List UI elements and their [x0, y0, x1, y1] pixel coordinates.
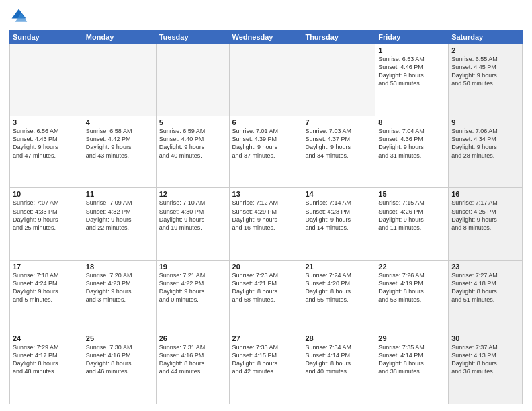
day-info: Sunrise: 7:06 AM Sunset: 4:34 PM Dayligh…: [451, 127, 519, 160]
calendar-cell: [83, 44, 157, 116]
day-info: Sunrise: 7:14 AM Sunset: 4:28 PM Dayligh…: [305, 199, 372, 232]
day-info: Sunrise: 7:17 AM Sunset: 4:25 PM Dayligh…: [451, 199, 519, 232]
calendar-row: 10Sunrise: 7:07 AM Sunset: 4:33 PM Dayli…: [10, 188, 522, 260]
day-number: 21: [305, 263, 372, 271]
logo-icon: [9, 7, 28, 26]
calendar-cell: 3Sunrise: 6:56 AM Sunset: 4:43 PM Daylig…: [10, 116, 83, 187]
day-info: Sunrise: 7:29 AM Sunset: 4:17 PM Dayligh…: [13, 343, 80, 376]
day-number: 22: [378, 263, 445, 271]
calendar-header-cell: Sunday: [10, 30, 83, 44]
calendar-cell: 4Sunrise: 6:58 AM Sunset: 4:42 PM Daylig…: [83, 116, 157, 187]
day-info: Sunrise: 7:03 AM Sunset: 4:37 PM Dayligh…: [305, 127, 372, 160]
calendar-cell: 28Sunrise: 7:34 AM Sunset: 4:14 PM Dayli…: [302, 332, 375, 404]
calendar-cell: [10, 44, 83, 116]
calendar-header-cell: Thursday: [302, 30, 375, 44]
day-number: 13: [232, 190, 300, 198]
day-number: 18: [86, 263, 153, 271]
logo: [9, 7, 30, 26]
day-number: 25: [86, 334, 153, 342]
day-info: Sunrise: 7:37 AM Sunset: 4:13 PM Dayligh…: [451, 343, 519, 376]
calendar-cell: 26Sunrise: 7:31 AM Sunset: 4:16 PM Dayli…: [157, 332, 230, 404]
day-number: 24: [13, 334, 80, 342]
calendar-header-cell: Friday: [375, 30, 449, 44]
day-info: Sunrise: 7:33 AM Sunset: 4:15 PM Dayligh…: [232, 343, 300, 376]
day-info: Sunrise: 7:12 AM Sunset: 4:29 PM Dayligh…: [232, 199, 300, 232]
day-number: 4: [86, 118, 153, 126]
calendar-cell: 6Sunrise: 7:01 AM Sunset: 4:39 PM Daylig…: [230, 116, 303, 187]
calendar-cell: [230, 44, 303, 116]
calendar-cell: 15Sunrise: 7:15 AM Sunset: 4:26 PM Dayli…: [375, 188, 449, 259]
calendar-row: 17Sunrise: 7:18 AM Sunset: 4:24 PM Dayli…: [10, 261, 522, 332]
day-info: Sunrise: 7:30 AM Sunset: 4:16 PM Dayligh…: [86, 343, 153, 376]
day-number: 10: [13, 190, 80, 198]
day-info: Sunrise: 7:20 AM Sunset: 4:23 PM Dayligh…: [86, 271, 153, 304]
day-number: 5: [159, 118, 226, 126]
day-info: Sunrise: 7:27 AM Sunset: 4:18 PM Dayligh…: [451, 271, 519, 304]
day-number: 9: [451, 118, 519, 126]
calendar-header-cell: Monday: [83, 30, 157, 44]
calendar-cell: 23Sunrise: 7:27 AM Sunset: 4:18 PM Dayli…: [449, 261, 522, 332]
calendar-cell: 21Sunrise: 7:24 AM Sunset: 4:20 PM Dayli…: [302, 261, 375, 332]
day-number: 2: [451, 46, 519, 54]
day-number: 29: [378, 334, 445, 342]
day-number: 27: [232, 334, 300, 342]
calendar: SundayMondayTuesdayWednesdayThursdayFrid…: [9, 30, 523, 404]
day-number: 15: [378, 190, 445, 198]
calendar-cell: 11Sunrise: 7:09 AM Sunset: 4:32 PM Dayli…: [83, 188, 157, 259]
calendar-cell: 1Sunrise: 6:53 AM Sunset: 4:46 PM Daylig…: [375, 44, 449, 116]
calendar-cell: [157, 44, 230, 116]
calendar-cell: 20Sunrise: 7:23 AM Sunset: 4:21 PM Dayli…: [230, 261, 303, 332]
calendar-cell: 5Sunrise: 6:59 AM Sunset: 4:40 PM Daylig…: [157, 116, 230, 187]
day-info: Sunrise: 7:09 AM Sunset: 4:32 PM Dayligh…: [86, 199, 153, 232]
day-info: Sunrise: 6:55 AM Sunset: 4:45 PM Dayligh…: [451, 55, 519, 88]
calendar-header-cell: Wednesday: [230, 30, 303, 44]
calendar-cell: 8Sunrise: 7:04 AM Sunset: 4:36 PM Daylig…: [375, 116, 449, 187]
day-number: 17: [13, 263, 80, 271]
day-number: 1: [378, 46, 445, 54]
day-number: 8: [378, 118, 445, 126]
calendar-row: 3Sunrise: 6:56 AM Sunset: 4:43 PM Daylig…: [10, 116, 522, 188]
calendar-cell: 10Sunrise: 7:07 AM Sunset: 4:33 PM Dayli…: [10, 188, 83, 259]
day-info: Sunrise: 7:35 AM Sunset: 4:14 PM Dayligh…: [378, 343, 445, 376]
calendar-header-cell: Tuesday: [157, 30, 230, 44]
day-number: 11: [86, 190, 153, 198]
calendar-cell: 18Sunrise: 7:20 AM Sunset: 4:23 PM Dayli…: [83, 261, 157, 332]
calendar-cell: 19Sunrise: 7:21 AM Sunset: 4:22 PM Dayli…: [157, 261, 230, 332]
day-info: Sunrise: 6:59 AM Sunset: 4:40 PM Dayligh…: [159, 127, 226, 160]
calendar-cell: [302, 44, 375, 116]
day-number: 7: [305, 118, 372, 126]
page: SundayMondayTuesdayWednesdayThursdayFrid…: [0, 0, 532, 411]
day-info: Sunrise: 7:10 AM Sunset: 4:30 PM Dayligh…: [159, 199, 226, 232]
day-number: 14: [305, 190, 372, 198]
day-info: Sunrise: 7:31 AM Sunset: 4:16 PM Dayligh…: [159, 343, 226, 376]
calendar-cell: 25Sunrise: 7:30 AM Sunset: 4:16 PM Dayli…: [83, 332, 157, 404]
calendar-row: 1Sunrise: 6:53 AM Sunset: 4:46 PM Daylig…: [10, 44, 522, 116]
calendar-cell: 16Sunrise: 7:17 AM Sunset: 4:25 PM Dayli…: [449, 188, 522, 259]
calendar-cell: 27Sunrise: 7:33 AM Sunset: 4:15 PM Dayli…: [230, 332, 303, 404]
day-info: Sunrise: 7:04 AM Sunset: 4:36 PM Dayligh…: [378, 127, 445, 160]
day-info: Sunrise: 7:07 AM Sunset: 4:33 PM Dayligh…: [13, 199, 80, 232]
calendar-cell: 14Sunrise: 7:14 AM Sunset: 4:28 PM Dayli…: [302, 188, 375, 259]
header: [9, 7, 523, 26]
day-info: Sunrise: 7:15 AM Sunset: 4:26 PM Dayligh…: [378, 199, 445, 232]
day-info: Sunrise: 7:24 AM Sunset: 4:20 PM Dayligh…: [305, 271, 372, 304]
calendar-cell: 2Sunrise: 6:55 AM Sunset: 4:45 PM Daylig…: [449, 44, 522, 116]
calendar-cell: 12Sunrise: 7:10 AM Sunset: 4:30 PM Dayli…: [157, 188, 230, 259]
day-number: 23: [451, 263, 519, 271]
day-number: 19: [159, 263, 226, 271]
day-info: Sunrise: 7:34 AM Sunset: 4:14 PM Dayligh…: [305, 343, 372, 376]
calendar-cell: 13Sunrise: 7:12 AM Sunset: 4:29 PM Dayli…: [230, 188, 303, 259]
day-number: 26: [159, 334, 226, 342]
day-number: 28: [305, 334, 372, 342]
calendar-row: 24Sunrise: 7:29 AM Sunset: 4:17 PM Dayli…: [10, 332, 522, 404]
calendar-cell: 24Sunrise: 7:29 AM Sunset: 4:17 PM Dayli…: [10, 332, 83, 404]
day-info: Sunrise: 7:23 AM Sunset: 4:21 PM Dayligh…: [232, 271, 300, 304]
calendar-header: SundayMondayTuesdayWednesdayThursdayFrid…: [9, 30, 523, 44]
day-info: Sunrise: 7:01 AM Sunset: 4:39 PM Dayligh…: [232, 127, 300, 160]
day-number: 12: [159, 190, 226, 198]
day-info: Sunrise: 7:18 AM Sunset: 4:24 PM Dayligh…: [13, 271, 80, 304]
day-info: Sunrise: 7:21 AM Sunset: 4:22 PM Dayligh…: [159, 271, 226, 304]
calendar-cell: 30Sunrise: 7:37 AM Sunset: 4:13 PM Dayli…: [449, 332, 522, 404]
day-number: 30: [451, 334, 519, 342]
calendar-header-cell: Saturday: [449, 30, 522, 44]
